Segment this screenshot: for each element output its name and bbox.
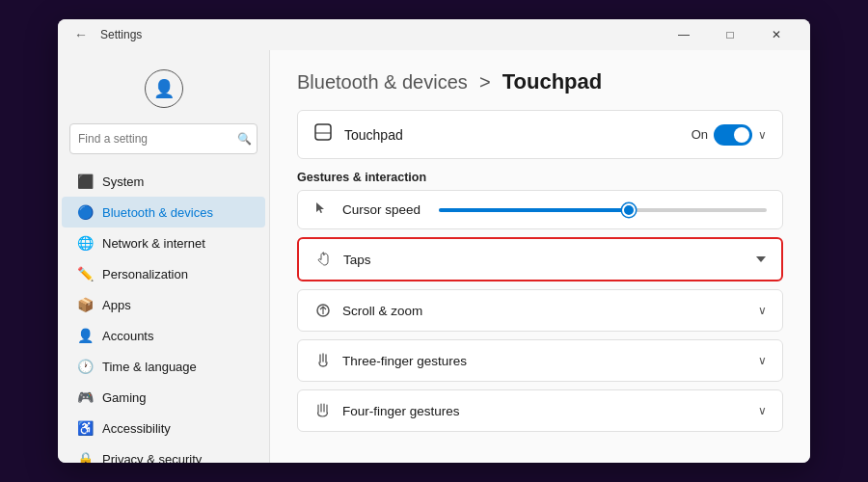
sidebar-item-apps[interactable]: 📦 Apps: [62, 289, 265, 320]
breadcrumb-parent: Bluetooth & devices: [297, 71, 468, 93]
sidebar-label-accounts: Accounts: [102, 329, 153, 343]
sidebar-label-bluetooth: Bluetooth & devices: [102, 205, 213, 220]
titlebar: ← Settings — □ ✕: [58, 19, 810, 50]
sidebar-item-accessibility[interactable]: ♿ Accessibility: [62, 413, 265, 443]
system-icon: ⬛: [77, 174, 93, 189]
sidebar-item-accounts[interactable]: 👤 Accounts: [62, 320, 265, 351]
page-title: Touchpad: [502, 69, 602, 94]
sidebar-label-privacy: Privacy & security: [102, 452, 202, 464]
taps-card: Taps: [297, 237, 783, 281]
window-controls: — □ ✕: [662, 19, 799, 50]
page-header: Bluetooth & devices > Touchpad: [297, 69, 783, 94]
sidebar-item-bluetooth[interactable]: 🔵 Bluetooth & devices: [62, 197, 265, 228]
taps-label: Taps: [343, 253, 746, 267]
touchpad-card: Touchpad On ∨: [297, 110, 783, 159]
three-finger-chevron-icon: ∨: [758, 354, 767, 367]
taps-icon: [314, 251, 334, 268]
apps-icon: 📦: [77, 297, 93, 312]
sidebar-item-personalization[interactable]: ✏️ Personalization: [62, 258, 265, 289]
three-finger-label: Three-finger gestures: [342, 354, 748, 368]
sidebar-label-system: System: [102, 174, 144, 189]
three-finger-icon: [313, 352, 333, 369]
scroll-zoom-chevron-icon: ∨: [758, 304, 767, 317]
close-button[interactable]: ✕: [754, 19, 799, 50]
toggle-area: On ∨: [692, 124, 767, 146]
sidebar-label-accessibility: Accessibility: [102, 421, 171, 436]
maximize-button[interactable]: □: [708, 19, 752, 50]
content-area: 👤 🔍 ⬛ System 🔵 Bluetooth & devices 🌐 Net…: [58, 50, 810, 463]
scroll-zoom-header[interactable]: Scroll & zoom ∨: [298, 290, 782, 331]
toggle-status: On: [692, 127, 708, 142]
four-finger-card: Four-finger gestures ∨: [297, 389, 783, 432]
sidebar: 👤 🔍 ⬛ System 🔵 Bluetooth & devices 🌐 Net…: [58, 50, 270, 463]
scroll-zoom-icon: [313, 302, 333, 319]
user-avatar-area: 👤: [58, 58, 269, 123]
four-finger-label: Four-finger gestures: [342, 404, 748, 418]
scroll-zoom-card: Scroll & zoom ∨: [297, 289, 783, 332]
sidebar-item-privacy[interactable]: 🔒 Privacy & security: [62, 443, 265, 463]
accessibility-icon: ♿: [77, 420, 93, 436]
sidebar-label-time: Time & language: [102, 360, 197, 374]
touchpad-toggle[interactable]: [714, 124, 752, 146]
bluetooth-icon: 🔵: [77, 204, 93, 220]
taps-chevron-icon: [756, 256, 766, 262]
time-icon: 🕐: [77, 359, 93, 374]
slider-thumb: [622, 203, 636, 217]
sidebar-label-gaming: Gaming: [102, 390, 147, 405]
scroll-zoom-label: Scroll & zoom: [342, 304, 748, 318]
back-button[interactable]: ←: [69, 23, 93, 46]
four-finger-icon: [313, 402, 333, 419]
cursor-icon: [313, 201, 333, 219]
network-icon: 🌐: [77, 235, 93, 251]
sidebar-item-system[interactable]: ⬛ System: [62, 166, 265, 197]
cursor-speed-label: Cursor speed: [342, 202, 429, 217]
sidebar-item-network[interactable]: 🌐 Network & internet: [62, 228, 265, 258]
svg-point-2: [324, 254, 325, 255]
breadcrumb-separator: >: [479, 71, 491, 93]
sidebar-label-personalization: Personalization: [102, 267, 188, 281]
touchpad-label: Touchpad: [344, 127, 680, 143]
main-content: Bluetooth & devices > Touchpad Touchpad …: [270, 50, 810, 463]
taps-header[interactable]: Taps: [299, 239, 781, 280]
cursor-speed-row: Cursor speed: [297, 190, 783, 229]
privacy-icon: 🔒: [77, 451, 93, 463]
window-title: Settings: [100, 28, 142, 41]
svg-rect-0: [315, 124, 331, 140]
four-finger-header[interactable]: Four-finger gestures ∨: [298, 390, 782, 431]
minimize-button[interactable]: —: [662, 19, 706, 50]
sidebar-label-network: Network & internet: [102, 236, 205, 251]
settings-window: ← Settings — □ ✕ 👤 🔍 ⬛ System 🔵 Bl: [58, 19, 810, 463]
slider-fill: [439, 208, 636, 212]
four-finger-chevron-icon: ∨: [758, 404, 767, 417]
sidebar-label-apps: Apps: [102, 298, 131, 312]
search-box: 🔍: [69, 123, 258, 154]
avatar[interactable]: 👤: [145, 69, 183, 108]
accounts-icon: 👤: [77, 328, 93, 343]
personalization-icon: ✏️: [77, 266, 93, 281]
three-finger-header[interactable]: Three-finger gestures ∨: [298, 340, 782, 381]
gestures-section-label: Gestures & interaction: [297, 171, 783, 184]
cursor-speed-slider[interactable]: [439, 208, 767, 212]
titlebar-left: ← Settings: [69, 23, 142, 46]
sidebar-item-gaming[interactable]: 🎮 Gaming: [62, 382, 265, 413]
touchpad-icon: [313, 122, 333, 147]
three-finger-card: Three-finger gestures ∨: [297, 339, 783, 382]
search-icon: 🔍: [237, 132, 252, 146]
gaming-icon: 🎮: [77, 389, 93, 405]
search-input[interactable]: [69, 123, 258, 154]
toggle-expand-icon[interactable]: ∨: [758, 128, 767, 142]
sidebar-item-time[interactable]: 🕐 Time & language: [62, 351, 265, 382]
